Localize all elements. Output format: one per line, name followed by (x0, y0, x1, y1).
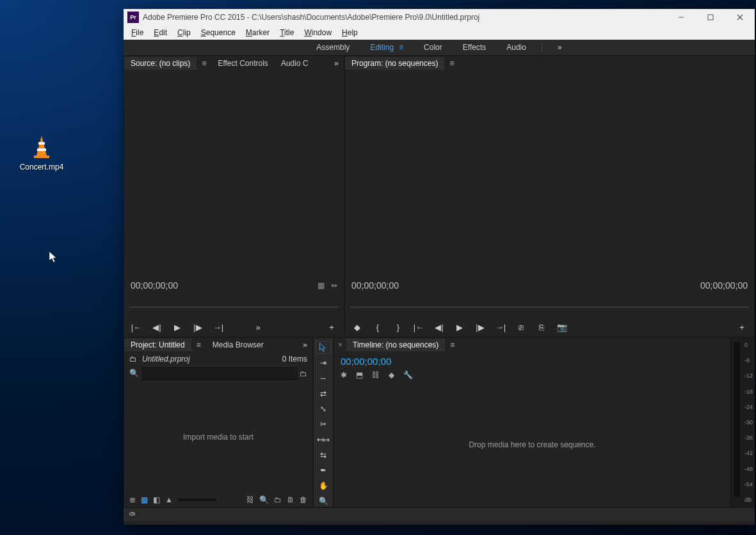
audio-meter[interactable]: 0 -6 -12 -18 -24 -30 -36 -42 -48 -54 dB (730, 338, 754, 507)
go-to-in-button[interactable]: |← (413, 321, 424, 333)
icon-view-button[interactable]: ▦ (141, 495, 148, 504)
titlebar[interactable]: Pr Adobe Premiere Pro CC 2015 - C:\Users… (124, 9, 755, 26)
maximize-button[interactable] (696, 9, 725, 26)
sort-icon[interactable]: ▲ (165, 495, 173, 504)
menu-window[interactable]: Window (299, 27, 337, 38)
play-button[interactable]: ▶ (454, 321, 465, 333)
tool-rolling-edit[interactable]: ⇄ (316, 388, 330, 399)
meter-label: -42 (744, 450, 753, 456)
tool-slide[interactable]: ⇆ (316, 449, 330, 461)
close-timeline-icon[interactable]: × (334, 340, 346, 349)
mark-out-button[interactable]: } (392, 321, 404, 333)
add-marker-icon[interactable]: ◆ (389, 371, 394, 379)
workspace-color[interactable]: Color (414, 42, 453, 53)
extract-button[interactable]: ⎘ (536, 321, 547, 333)
automate-to-sequence-button[interactable]: ⛓ (246, 495, 254, 504)
menu-sequence[interactable]: Sequence (196, 27, 241, 38)
tool-razor[interactable]: ✂ (316, 419, 330, 430)
menu-marker[interactable]: Marker (241, 27, 275, 38)
meter-label: -6 (744, 357, 753, 363)
tool-pen[interactable]: ✒ (316, 465, 330, 476)
tool-hand[interactable]: ✋ (316, 480, 330, 491)
menu-file[interactable]: File (126, 27, 149, 38)
program-button-editor[interactable]: + (736, 321, 748, 333)
program-timecode-left[interactable]: 00;00;00;00 (351, 280, 399, 291)
step-back-button[interactable]: ◀| (151, 321, 163, 333)
linked-selection-toggle[interactable]: ⛓ (372, 371, 380, 379)
go-to-in-button[interactable]: |← (131, 321, 142, 333)
window-title: Adobe Premiere Pro CC 2015 - C:\Users\sh… (143, 13, 479, 22)
source-resolution-icon[interactable]: ▦ (318, 281, 325, 290)
source-scrubber[interactable] (129, 301, 339, 314)
timeline-timecode[interactable]: 00;00;00;00 (341, 356, 391, 367)
program-scrubber[interactable] (350, 301, 749, 314)
timeline-empty-message[interactable]: Drop media here to create sequence. (334, 382, 730, 507)
timeline-settings-icon[interactable]: 🔧 (403, 371, 413, 379)
minimize-button[interactable] (666, 9, 696, 26)
workspace-audio[interactable]: Audio (496, 42, 536, 53)
thumbnail-size-slider[interactable] (178, 499, 216, 501)
workspace-assembly[interactable]: Assembly (306, 42, 360, 53)
go-to-out-button[interactable]: →| (495, 321, 506, 333)
workspace-editing[interactable]: Editing≡ (360, 42, 414, 53)
menu-clip[interactable]: Clip (172, 27, 196, 38)
project-panel-menu[interactable]: ≡ (191, 340, 206, 349)
workspace-effects[interactable]: Effects (453, 42, 496, 53)
export-frame-button[interactable]: 📷 (556, 321, 568, 333)
project-tab-overflow[interactable]: » (298, 340, 312, 349)
tool-ripple-edit[interactable]: ↔ (316, 372, 330, 384)
tab-source[interactable]: Source: (no clips) (124, 57, 197, 70)
close-button[interactable] (725, 9, 755, 26)
svg-rect-3 (34, 156, 49, 158)
tool-slip[interactable]: ↤↦ (316, 434, 330, 445)
tab-audio-clip-mixer[interactable]: Audio C (275, 57, 315, 70)
sequence-nest-toggle[interactable]: ✱ (341, 371, 347, 379)
source-tab-overflow[interactable]: » (329, 59, 344, 68)
program-timecode-right[interactable]: 00;00;00;00 (700, 280, 748, 291)
freeform-view-button[interactable]: ◧ (153, 495, 160, 504)
source-overflow-button[interactable]: » (252, 321, 264, 333)
new-bin-button[interactable]: 🗀 (274, 495, 282, 504)
menu-help[interactable]: Help (337, 27, 363, 38)
desktop-file-concert[interactable]: Concert.mp4 (16, 134, 67, 172)
snap-toggle[interactable]: ⬒ (356, 371, 363, 379)
tool-selection[interactable] (316, 342, 330, 353)
meter-label: -30 (744, 419, 753, 426)
program-panel-menu[interactable]: ≡ (444, 59, 459, 68)
creative-cloud-icon[interactable]: ෧ (127, 509, 138, 520)
source-panel-menu[interactable]: ≡ (197, 59, 211, 68)
menu-title[interactable]: Title (275, 27, 299, 38)
project-search-input[interactable] (142, 367, 297, 380)
add-marker-button[interactable]: ◆ (351, 321, 363, 333)
tab-effect-controls[interactable]: Effect Controls (211, 57, 274, 70)
play-button[interactable]: ▶ (172, 321, 183, 333)
filter-bin-icon[interactable]: 🗀 (300, 369, 307, 378)
source-button-editor[interactable]: + (326, 321, 337, 333)
meter-label: 0 (744, 342, 753, 348)
tab-media-browser[interactable]: Media Browser (206, 339, 270, 351)
tab-timeline[interactable]: Timeline: (no sequences) (346, 339, 445, 351)
source-timecode[interactable]: 00;00;00;00 (131, 280, 178, 291)
tool-track-select[interactable]: ⇥ (316, 357, 330, 369)
step-forward-button[interactable]: |▶ (474, 321, 486, 333)
clear-button[interactable]: 🗑 (300, 495, 307, 504)
timeline-panel-menu[interactable]: ≡ (445, 340, 460, 349)
mark-in-button[interactable]: { (372, 321, 383, 333)
lift-button[interactable]: ⎚ (515, 321, 527, 333)
step-back-button[interactable]: ◀| (433, 321, 445, 333)
menu-edit[interactable]: Edit (149, 27, 172, 38)
find-button[interactable]: 🔍 (259, 495, 269, 504)
tool-rate-stretch[interactable]: ⤡ (316, 403, 330, 415)
tab-program[interactable]: Program: (no sequences) (345, 57, 444, 70)
workspace-menu-icon[interactable]: ≡ (399, 43, 403, 52)
source-magnification-icon[interactable]: ⇔ (331, 281, 337, 290)
new-item-button[interactable]: 🗎 (287, 495, 294, 504)
project-item-count: 0 Items (282, 355, 307, 363)
tool-zoom[interactable]: 🔍 (316, 495, 330, 507)
go-to-out-button[interactable]: →| (213, 321, 224, 333)
list-view-button[interactable]: ≣ (129, 495, 136, 504)
workspace-overflow[interactable]: » (547, 43, 572, 52)
tab-project[interactable]: Project: Untitled (124, 339, 191, 351)
step-forward-button[interactable]: |▶ (192, 321, 204, 333)
project-empty-message[interactable]: Import media to start (124, 381, 312, 493)
